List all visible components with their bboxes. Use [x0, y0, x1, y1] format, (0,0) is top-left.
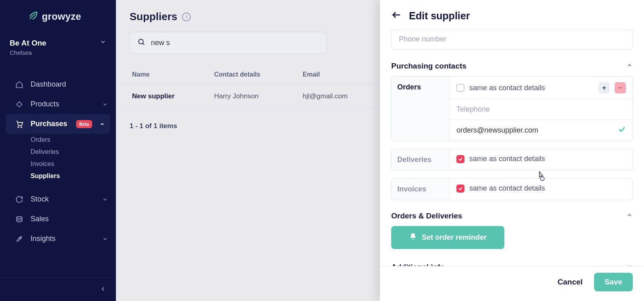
pc-invoices-same-as-line: same as contact details — [450, 179, 632, 198]
purchasing-contacts-section[interactable]: Purchasing contacts — [391, 58, 633, 76]
invoices-same-as-checkbox[interactable] — [456, 185, 464, 193]
add-contact-button[interactable]: + — [599, 82, 610, 93]
nav-deliveries[interactable]: Deliveries — [0, 146, 116, 158]
pc-orders-row: Orders same as contact details + − — [391, 76, 633, 141]
nav-invoices[interactable]: Invoices — [0, 158, 116, 170]
orders-email-line[interactable] — [450, 119, 632, 141]
pc-orders-same-as-line: same as contact details + − — [450, 77, 632, 99]
nav-stock-label: Stock — [31, 195, 49, 203]
orders-deliveries-section[interactable]: Orders & Deliveries — [391, 208, 633, 226]
chevron-down-icon — [626, 263, 633, 266]
chevron-left-icon — [100, 286, 106, 294]
deliveries-same-as-label: same as contact details — [469, 155, 626, 163]
nav-sales-label: Sales — [31, 215, 49, 223]
svg-point-4 — [138, 39, 143, 44]
org-location: Chelsea — [10, 49, 46, 56]
sidebar: growyze Be At One Chelsea Dashboard Prod… — [0, 0, 116, 301]
svg-point-1 — [21, 127, 22, 128]
chevron-up-icon — [626, 212, 633, 220]
set-order-reminder-button[interactable]: Set order reminder — [391, 226, 504, 249]
nav-orders[interactable]: Orders — [0, 134, 116, 146]
drawer-title: Edit supplier — [409, 10, 470, 22]
orders-same-as-checkbox[interactable] — [456, 84, 464, 92]
chevron-up-icon — [626, 62, 633, 70]
cell-contact: Harry Johnson — [214, 92, 303, 100]
pc-deliveries-label: Deliveries — [392, 149, 450, 170]
nav-purchases-label: Purchases — [31, 120, 67, 128]
nav-purchases[interactable]: Purchases Beta — [6, 114, 110, 134]
info-icon[interactable]: i — [182, 12, 191, 21]
cell-name: New supplier — [130, 92, 214, 100]
nav-sales[interactable]: Sales — [0, 209, 116, 229]
svg-line-5 — [142, 43, 144, 45]
chevron-down-icon — [102, 197, 108, 202]
svg-point-3 — [19, 238, 21, 239]
orders-telephone-line[interactable] — [450, 99, 632, 119]
pc-orders-label: Orders — [392, 77, 450, 141]
nav-dashboard[interactable]: Dashboard — [0, 75, 116, 94]
deliveries-same-as-checkbox[interactable] — [456, 155, 464, 163]
drawer-header: Edit supplier — [380, 0, 644, 29]
nav-insights-label: Insights — [31, 235, 56, 243]
brand-logo: growyze — [0, 0, 116, 33]
edit-supplier-drawer: Edit supplier Purchasing contacts Orders… — [380, 0, 644, 301]
pc-invoices-label: Invoices — [392, 179, 450, 200]
svg-point-2 — [17, 216, 22, 218]
sidebar-collapse[interactable] — [0, 278, 116, 301]
brand-name: growyze — [42, 11, 81, 22]
orders-email-input[interactable] — [456, 126, 613, 135]
org-selector[interactable]: Be At One Chelsea — [0, 33, 116, 62]
chevron-down-icon — [102, 102, 108, 107]
nav-dashboard-label: Dashboard — [31, 80, 66, 89]
rocket-icon — [15, 235, 23, 243]
bell-icon — [409, 232, 417, 243]
tag-icon — [15, 100, 23, 108]
pc-deliveries-row: Deliveries same as contact details — [391, 149, 633, 171]
nav-products-label: Products — [31, 100, 59, 108]
drawer-footer: Cancel Save — [380, 266, 644, 301]
set-order-reminder-label: Set order reminder — [422, 233, 487, 242]
nav-stock[interactable]: Stock — [0, 189, 116, 209]
main-content: Suppliers i Name Contact details Email N… — [116, 0, 644, 301]
nav-suppliers[interactable]: Suppliers — [0, 170, 116, 182]
drawer-body: Purchasing contacts Orders same as conta… — [380, 29, 644, 266]
phone-field[interactable] — [391, 29, 633, 50]
orders-telephone-input[interactable] — [456, 105, 626, 114]
additional-info-section[interactable]: Additional info — [391, 259, 633, 266]
search-icon — [137, 38, 145, 48]
chevron-up-icon — [99, 121, 105, 127]
nav-products[interactable]: Products — [0, 94, 116, 114]
remove-contact-button[interactable]: − — [615, 82, 626, 93]
invoices-same-as-label: same as contact details — [469, 184, 626, 193]
pc-invoices-row: Invoices same as contact details — [391, 178, 633, 200]
refresh-icon — [15, 195, 23, 203]
orders-deliveries-title: Orders & Deliveries — [391, 212, 462, 220]
chevron-down-icon — [100, 39, 106, 47]
home-icon — [15, 81, 23, 89]
cart-icon — [15, 120, 23, 128]
search-input[interactable] — [151, 39, 319, 47]
col-name-header: Name — [130, 71, 214, 78]
pc-deliveries-same-as-line: same as contact details — [450, 149, 632, 169]
save-button[interactable]: Save — [594, 273, 633, 291]
beta-badge: Beta — [76, 120, 92, 128]
nav-insights[interactable]: Insights — [0, 229, 116, 249]
main-nav: Dashboard Products Purchases Beta Orders… — [0, 62, 116, 301]
cancel-button[interactable]: Cancel — [557, 278, 582, 286]
check-icon — [618, 125, 626, 135]
org-name: Be At One — [10, 39, 46, 48]
search-input-wrap[interactable] — [130, 32, 327, 54]
back-arrow-icon[interactable] — [391, 10, 402, 22]
svg-point-0 — [18, 127, 19, 128]
coins-icon — [15, 215, 23, 223]
additional-info-title: Additional info — [391, 263, 445, 266]
purchasing-contacts-title: Purchasing contacts — [391, 62, 466, 71]
page-title: Suppliers — [130, 10, 177, 23]
orders-same-as-label: same as contact details — [469, 84, 594, 92]
col-contact-header: Contact details — [214, 71, 303, 78]
chevron-down-icon — [102, 236, 108, 242]
phone-input[interactable] — [399, 35, 625, 44]
brand-leaf-icon — [28, 10, 39, 23]
